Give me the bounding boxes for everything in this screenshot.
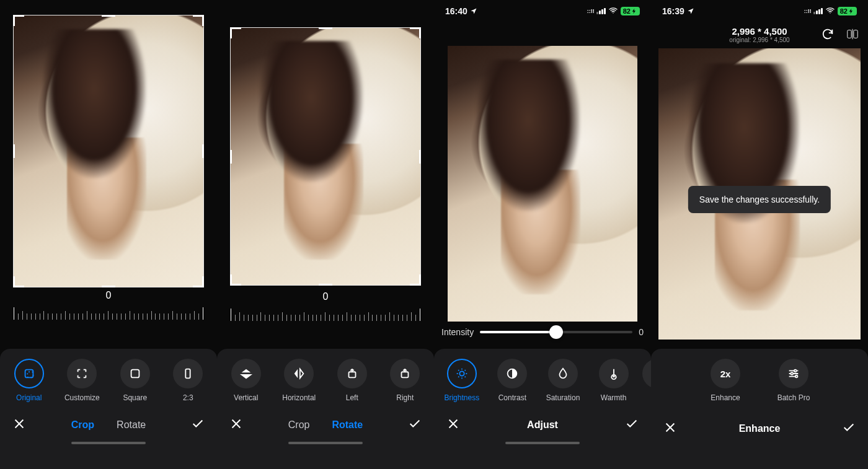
image-preview [231,28,420,285]
confirm-button[interactable] [408,417,422,433]
crop-handle-right[interactable] [419,150,421,164]
crop-handle-tr[interactable] [410,27,421,38]
tool-tray: Original Customize Square 2:3 [0,349,217,469]
crop-handle-bottom[interactable] [319,284,332,286]
refresh-icon [821,27,835,41]
svg-rect-0 [25,370,33,378]
svg-rect-10 [854,30,857,38]
bottom-bar: Crop Rotate [217,417,434,436]
adjust-option-contrast[interactable]: Contrast [490,359,534,402]
home-indicator[interactable] [288,442,363,444]
status-time: 16:40 [445,6,467,16]
check-icon [408,417,422,431]
tool-tray: Brightness Contrast Saturation Warmth [434,349,651,469]
contrast-icon [497,359,527,388]
slider-thumb[interactable] [549,325,563,339]
status-time: 16:39 [662,6,684,16]
close-icon [12,417,26,431]
svg-point-8 [613,375,615,378]
enhance-option-label: Batch Pro [777,393,810,402]
adjust-option-warmth[interactable]: Warmth [592,359,636,402]
adjust-option-brightness[interactable]: Brightness [440,359,484,402]
confirm-button[interactable] [191,417,205,433]
confirm-button[interactable] [842,421,856,437]
tab-crop[interactable]: Crop [71,419,94,431]
battery-value: 82 [623,7,631,15]
tab-rotate[interactable]: Rotate [332,419,363,431]
crop-option-customize[interactable]: Customize [60,359,104,402]
intensity-slider[interactable] [480,331,632,333]
crop-option-2-3[interactable]: 2:3 [166,359,210,402]
adjust-options[interactable]: Brightness Contrast Saturation Warmth [434,359,651,402]
signal-icon: ::!! [587,8,606,14]
crop-frame[interactable] [14,15,203,287]
home-indicator[interactable] [71,442,146,444]
rotate-option-label: Right [396,393,414,402]
wifi-icon [608,6,618,17]
rotate-options: Vertical Horizontal Left Right [217,359,434,402]
svg-rect-4 [348,372,355,377]
saturation-icon [548,359,578,388]
square-icon [120,359,150,388]
sliders-icon [779,359,808,388]
svg-point-13 [795,375,798,378]
adjust-option-label: Warmth [601,393,627,402]
warmth-icon [599,359,629,388]
crop-handle-top[interactable] [102,15,115,17]
adjust-option-label: Contrast [498,393,526,402]
crop-handle-tl[interactable] [230,27,241,38]
signal-icon: ::!! [804,8,823,14]
crop-handle-tr[interactable] [193,15,204,26]
rotation-ruler[interactable] [14,305,203,320]
wifi-icon [825,6,835,17]
slider-value: 0 [639,327,644,337]
rotate-option-left[interactable]: Left [330,359,374,402]
crop-handle-bl[interactable] [13,276,24,287]
crop-option-label: 2:3 [183,393,193,402]
svg-rect-3 [186,369,190,379]
compare-button[interactable] [846,27,859,43]
crop-options: Original Customize Square 2:3 [0,359,217,402]
panel-title: Adjust [527,419,558,431]
rotate-option-right[interactable]: Right [383,359,427,402]
location-icon [687,7,694,15]
rotate-option-vertical[interactable]: Vertical [224,359,268,402]
cancel-button[interactable] [446,417,460,433]
cancel-button[interactable] [229,417,243,433]
enhance-option-batch[interactable]: Batch Pro [772,359,815,402]
enhance-option-2x[interactable]: 2x Enhance [704,359,747,402]
crop-handle-br[interactable] [193,276,204,287]
crop-handle-bl[interactable] [230,274,241,286]
cancel-button[interactable] [12,417,26,433]
rotation-ruler[interactable] [231,306,420,321]
cancel-button[interactable] [663,421,677,437]
slider-label: Intensity [441,327,474,337]
reset-button[interactable] [821,27,835,43]
crop-frame[interactable] [231,28,420,285]
crop-handle-top[interactable] [319,27,332,29]
crop-handle-bottom[interactable] [102,286,115,287]
image-area[interactable] [448,46,637,322]
crop-handle-left[interactable] [230,150,232,164]
confirm-button[interactable] [625,417,639,433]
enhance-2x-button: 2x [711,359,740,388]
tab-rotate[interactable]: Rotate [117,419,146,431]
enhance-options: 2x Enhance Batch Pro [651,359,868,402]
crop-handle-right[interactable] [202,144,204,158]
crop-handle-tl[interactable] [13,15,24,26]
bottom-bar: Enhance [651,421,868,439]
tab-crop[interactable]: Crop [288,419,310,431]
adjust-option-sharpness[interactable]: S [642,359,651,402]
adjust-option-saturation[interactable]: Saturation [541,359,585,402]
crop-handle-left[interactable] [13,144,15,158]
check-icon [625,417,639,431]
svg-rect-5 [402,372,409,377]
rotate-option-horizontal[interactable]: Horizontal [277,359,321,402]
crop-handle-br[interactable] [410,274,421,286]
ratio-2-3-icon [173,359,203,388]
crop-option-square[interactable]: Square [113,359,157,402]
panel-crop: 0 Original Customize Square [0,0,217,469]
crop-option-original[interactable]: Original [7,359,51,402]
home-indicator[interactable] [505,442,580,444]
adjust-option-label: Brightness [444,393,479,402]
